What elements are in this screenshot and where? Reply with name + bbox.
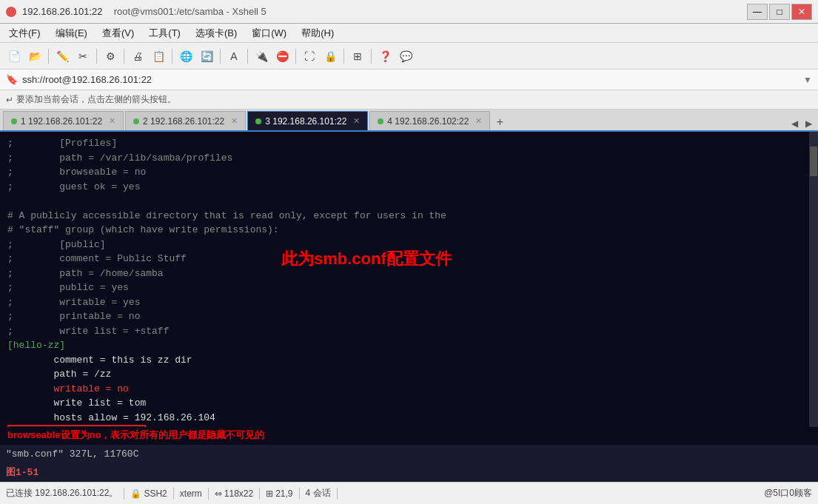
scrollbar-thumb[interactable]	[810, 147, 817, 176]
tab-scroll-left[interactable]: ◀	[788, 117, 801, 130]
cursor-icon: ⊞	[266, 488, 273, 499]
status-size: ⇔ 118x22	[215, 488, 253, 499]
toolbar-sep-4	[172, 49, 172, 64]
edit-button[interactable]: ✏️	[53, 47, 72, 66]
browseable-red-text: browseable设置为no，表示对所有的用户都是隐藏不可见的	[7, 429, 264, 442]
lock-icon: 🔒	[130, 488, 141, 499]
title-bar-left: 192.168.26.101:22 root@vms001:/etc/samba…	[6, 6, 266, 17]
tab-label-4: 4 192.168.26.102:22	[387, 116, 469, 127]
window-title: 192.168.26.101:22	[22, 6, 102, 17]
status-right-icon: @5I口0顾客	[764, 487, 812, 500]
cut-button[interactable]: ✂	[73, 47, 93, 66]
browseable-annotation-bar: browseable设置为no，表示对所有的用户都是隐藏不可见的	[0, 427, 818, 445]
window-controls: — □ ✕	[747, 4, 812, 20]
toolbar-sep-5	[220, 49, 221, 64]
internet-button[interactable]: 🌐	[176, 47, 195, 66]
tab-nav-buttons: ◀ ▶	[788, 117, 815, 130]
line-15: [hello-zz]	[7, 338, 811, 353]
terminal-scrollbar[interactable]	[809, 132, 818, 427]
app-icon	[6, 7, 16, 17]
toolbar-sep-2	[96, 49, 97, 64]
line-7: # "staff" group (which have write permis…	[7, 223, 811, 238]
line-1: ; [Profiles]	[7, 136, 811, 151]
vim-position: 图1-51	[6, 466, 38, 479]
layout-button[interactable]: ⊞	[348, 47, 367, 66]
highlighted-browseable: browseable = no	[7, 425, 146, 427]
font-button[interactable]: A	[224, 47, 244, 66]
tab-3[interactable]: 3 192.168.26.101:22 ✕	[247, 111, 368, 130]
tab-label-2: 2 192.168.26.101:22	[143, 116, 224, 127]
settings-button[interactable]: ⚙	[101, 47, 120, 66]
status-sep-3	[208, 488, 209, 500]
info-text: 要添加当前会话，点击左侧的箭头按钮。	[16, 93, 176, 106]
connect-button[interactable]: 🔌	[252, 47, 271, 66]
lock-button[interactable]: 🔒	[321, 47, 340, 66]
vim-filename: "smb.conf" 327L, 11760C	[6, 448, 138, 460]
menu-view[interactable]: 查看(V)	[96, 25, 140, 41]
disconnect-button[interactable]: ⛔	[272, 47, 292, 66]
tab-scroll-right[interactable]: ▶	[802, 117, 815, 130]
maximize-button[interactable]: □	[769, 4, 790, 20]
chat-button[interactable]: 💬	[396, 47, 415, 66]
line-6: # A publicly accessible directory that i…	[7, 209, 811, 224]
open-button[interactable]: 📂	[25, 47, 44, 66]
status-cursor: ⊞ 21,9	[266, 488, 292, 499]
line-13: ; printable = no	[7, 309, 811, 324]
window-title-full: root@vms001:/etc/samba - Xshell 5	[108, 6, 266, 17]
print-button[interactable]: 🖨	[128, 47, 147, 66]
status-protocol: 🔒 SSH2	[130, 488, 167, 499]
new-button[interactable]: 📄	[4, 47, 24, 66]
menu-edit[interactable]: 编辑(E)	[50, 25, 93, 41]
tab-label-3: 3 192.168.26.101:22	[265, 116, 346, 127]
title-bar: 192.168.26.101:22 root@vms001:/etc/samba…	[0, 0, 818, 24]
tab-close-2[interactable]: ✕	[231, 116, 238, 126]
app-window: 192.168.26.101:22 root@vms001:/etc/samba…	[0, 0, 818, 504]
line-17: path = /zz	[7, 367, 811, 382]
line-21: browseable = no browseable设置为no，表示对所有的用户…	[7, 425, 811, 427]
menu-bar: 文件(F) 编辑(E) 查看(V) 工具(T) 选项卡(B) 窗口(W) 帮助(…	[0, 24, 818, 43]
tab-close-1[interactable]: ✕	[109, 116, 115, 126]
close-button[interactable]: ✕	[791, 4, 812, 20]
toolbar-sep-6	[247, 49, 248, 64]
menu-help[interactable]: 帮助(H)	[295, 25, 340, 41]
toolbar-sep-7	[295, 49, 296, 64]
address-dropdown[interactable]: ▼	[803, 75, 812, 85]
tab-dot-1	[11, 118, 17, 124]
status-sep-4	[259, 488, 260, 500]
print2-button[interactable]: 📋	[149, 47, 168, 66]
tab-add-button[interactable]: +	[492, 114, 508, 130]
tab-close-3[interactable]: ✕	[353, 116, 360, 126]
address-text: ssh://root@192.168.26.101:22	[22, 74, 799, 85]
terminal-area[interactable]: ; [Profiles] ; path = /var/lib/samba/pro…	[0, 132, 818, 427]
line-4: ; guest ok = yes	[7, 180, 811, 195]
info-arrow-icon: ↵	[6, 95, 13, 105]
minimize-button[interactable]: —	[747, 4, 768, 20]
menu-file[interactable]: 文件(F)	[3, 25, 47, 41]
toolbar: 📄 📂 ✏️ ✂ ⚙ 🖨 📋 🌐 🔄 A 🔌 ⛔ ⛶ 🔒 ⊞ ❓ 💬	[0, 43, 818, 70]
status-connection: 已连接 192.168.26.101:22。	[6, 487, 118, 500]
help-button[interactable]: ❓	[375, 47, 395, 66]
line-11: ; public = yes	[7, 280, 811, 295]
tab-dot-2	[133, 118, 139, 124]
fullscreen-button[interactable]: ⛶	[300, 47, 319, 66]
tab-label-1: 1 192.168.26.101:22	[21, 116, 102, 127]
toolbar-sep-1	[48, 49, 49, 64]
menu-window[interactable]: 窗口(W)	[246, 25, 292, 41]
tab-close-4[interactable]: ✕	[475, 116, 482, 126]
tab-bar: 1 192.168.26.101:22 ✕ 2 192.168.26.101:2…	[0, 110, 818, 132]
tab-2[interactable]: 2 192.168.26.101:22 ✕	[125, 111, 246, 130]
status-sep-6	[337, 488, 338, 500]
line-5	[7, 194, 811, 209]
line-20: hosts allow = 192.168.26.104	[7, 411, 811, 426]
tab-4[interactable]: 4 192.168.26.102:22 ✕	[369, 111, 490, 130]
menu-tabs[interactable]: 选项卡(B)	[190, 25, 243, 41]
status-sessions: 4 会话	[306, 487, 331, 500]
address-icon: 🔖	[6, 74, 18, 85]
line-10: ; path = /home/samba	[7, 266, 811, 281]
line-19: write list = tom	[7, 396, 811, 411]
status-sep-2	[173, 488, 174, 500]
refresh-button[interactable]: 🔄	[197, 47, 216, 66]
menu-tools[interactable]: 工具(T)	[143, 25, 187, 41]
tab-1[interactable]: 1 192.168.26.101:22 ✕	[3, 111, 124, 130]
annotation-browseable: browseable设置为no，表示对所有的用户都是隐藏不可见的	[161, 425, 477, 427]
